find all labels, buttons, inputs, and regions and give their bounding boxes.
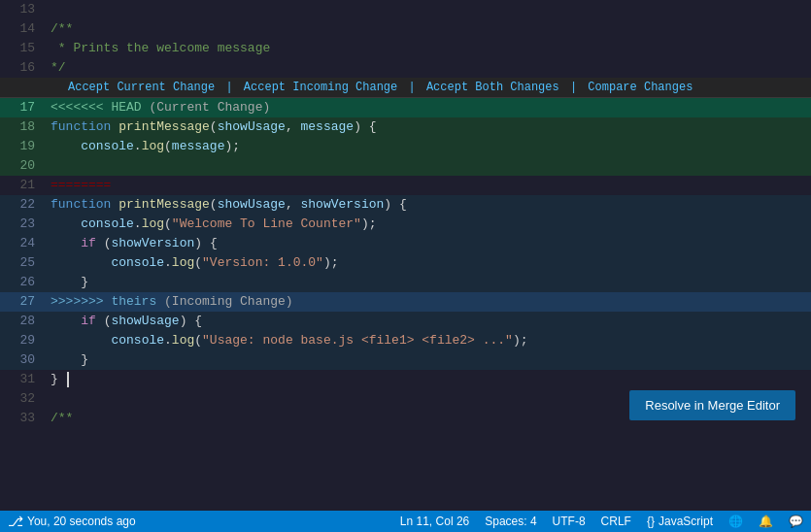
language-text: JavaScript (659, 515, 713, 528)
line-26: 26 } (0, 273, 811, 292)
accept-incoming-btn[interactable]: Accept Incoming Change (244, 81, 397, 94)
line-21-separator: 21 ======== (0, 176, 811, 195)
line-content: * Prints the welcome message (47, 39, 811, 58)
line-content (47, 156, 811, 176)
line-23: 23 console.log("Welcome To Line Counter"… (0, 215, 811, 234)
line-31: 31 } (0, 370, 811, 389)
line-content: if (showUsage) { (47, 312, 811, 331)
line-number: 19 (0, 137, 47, 156)
source-control-status: ⎇ You, 20 seconds ago (8, 514, 136, 529)
line-content: console.log("Welcome To Line Counter"); (47, 215, 811, 234)
feedback-icon: 💬 (789, 515, 803, 528)
editor: 13 14 /** 15 * Prints the welcome messag… (0, 0, 811, 511)
accept-current-btn[interactable]: Accept Current Change (68, 81, 215, 94)
line-content: /** (47, 19, 811, 39)
line-content: console.log("Version: 1.0.0"); (47, 253, 811, 273)
notification-button[interactable]: 🔔 (759, 515, 773, 528)
line-content: if (showVersion) { (47, 234, 811, 253)
position-text: Ln 11, Col 26 (400, 515, 469, 528)
line-number: 29 (0, 331, 47, 350)
remote-button[interactable]: 🌐 (728, 515, 743, 528)
line-content: } (47, 273, 811, 292)
line-18: 18 function printMessage(showUsage, mess… (0, 117, 811, 137)
encoding-text: UTF-8 (553, 515, 586, 528)
line-number: 21 (0, 176, 47, 195)
feedback-button[interactable]: 💬 (789, 515, 803, 528)
line-content: console.log("Usage: node base.js <file1>… (47, 331, 811, 350)
indentation: Spaces: 4 (485, 515, 536, 528)
line-14: 14 /** (0, 19, 811, 39)
line-number: 28 (0, 312, 47, 331)
line-content: } (47, 370, 811, 389)
status-right-group: Ln 11, Col 26 Spaces: 4 UTF-8 CRLF {} Ja… (400, 515, 803, 528)
line-29: 29 console.log("Usage: node base.js <fil… (0, 331, 811, 350)
eol-text: CRLF (601, 515, 631, 528)
resolve-merge-editor-button[interactable]: Resolve in Merge Editor (629, 390, 795, 420)
line-27-incoming-header: 27 >>>>>>> theirs (Incoming Change) (0, 292, 811, 312)
line-number: 31 (0, 370, 47, 389)
line-number: 30 (0, 350, 47, 370)
conflict-action-bar: Accept Current Change | Accept Incoming … (0, 78, 811, 98)
line-number: 33 (0, 409, 47, 428)
line-16: 16 */ (0, 58, 811, 78)
compare-changes-btn[interactable]: Compare Changes (588, 81, 693, 94)
remote-icon: 🌐 (728, 515, 743, 528)
line-17-current-header: 17 <<<<<<< HEAD (Current Change) (0, 98, 811, 117)
spaces-text: Spaces: 4 (485, 515, 536, 528)
line-content: */ (47, 58, 811, 78)
line-number: 13 (0, 0, 47, 19)
line-content (47, 0, 811, 19)
commit-info: You, 20 seconds ago (27, 515, 136, 528)
line-13: 13 (0, 0, 811, 19)
line-number: 27 (0, 292, 47, 312)
line-content: function printMessage(showUsage, showVer… (47, 195, 811, 215)
line-content: ======== (47, 176, 811, 195)
line-number: 20 (0, 156, 47, 176)
language-mode[interactable]: {} JavaScript (647, 515, 713, 528)
line-content: >>>>>>> theirs (Incoming Change) (47, 292, 811, 312)
line-number: 26 (0, 273, 47, 292)
line-number: 14 (0, 19, 47, 39)
bell-icon: 🔔 (759, 515, 773, 528)
line-24: 24 if (showVersion) { (0, 234, 811, 253)
line-number: 15 (0, 39, 47, 58)
eol: CRLF (601, 515, 631, 528)
line-number: 23 (0, 215, 47, 234)
git-icon: ⎇ (8, 514, 23, 529)
line-content: } (47, 350, 811, 370)
line-content: console.log(message); (47, 137, 811, 156)
status-bar: ⎇ You, 20 seconds ago Ln 11, Col 26 Spac… (0, 511, 811, 532)
line-25: 25 console.log("Version: 1.0.0"); (0, 253, 811, 273)
code-area: 13 14 /** 15 * Prints the welcome messag… (0, 0, 811, 428)
line-number: 24 (0, 234, 47, 253)
line-19: 19 console.log(message); (0, 137, 811, 156)
encoding: UTF-8 (553, 515, 586, 528)
line-number: 32 (0, 389, 47, 409)
line-22: 22 function printMessage(showUsage, show… (0, 195, 811, 215)
line-number: 22 (0, 195, 47, 215)
line-28: 28 if (showUsage) { (0, 312, 811, 331)
line-content: function printMessage(showUsage, message… (47, 117, 811, 137)
lang-icon: {} (647, 515, 655, 528)
line-number: 25 (0, 253, 47, 273)
line-content: <<<<<<< HEAD (Current Change) (47, 98, 811, 117)
line-15: 15 * Prints the welcome message (0, 39, 811, 58)
line-number: 18 (0, 117, 47, 137)
accept-both-btn[interactable]: Accept Both Changes (426, 81, 559, 94)
cursor-position: Ln 11, Col 26 (400, 515, 469, 528)
line-30: 30 } (0, 350, 811, 370)
line-number: 17 (0, 98, 47, 117)
line-20: 20 (0, 156, 811, 176)
line-number: 16 (0, 58, 47, 78)
